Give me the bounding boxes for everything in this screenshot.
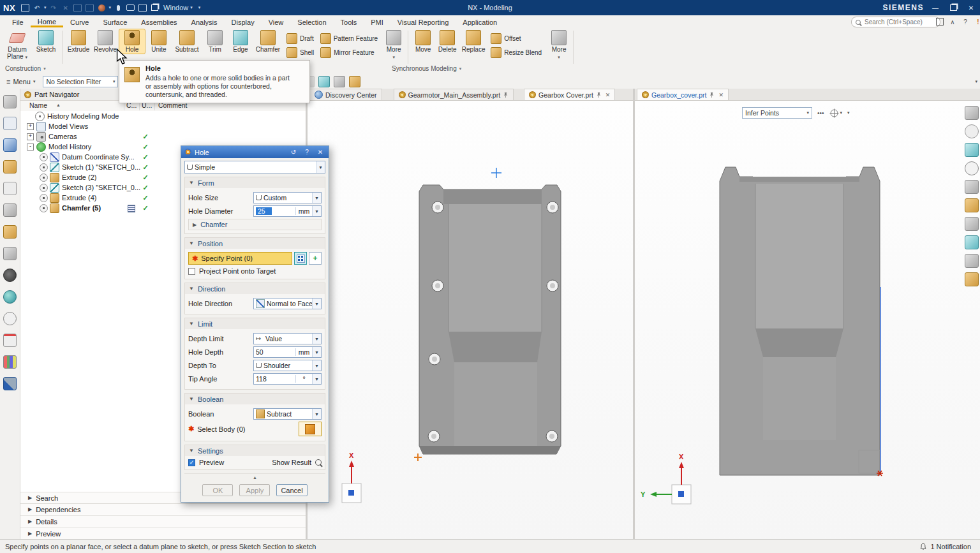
project-point-checkbox-row[interactable]: Project Point onto Target bbox=[188, 267, 322, 275]
depth-limit-dropdown[interactable]: ↦ Value ▼ bbox=[253, 333, 322, 344]
direction-section-header[interactable]: ▼ Direction bbox=[185, 283, 325, 294]
chamfer-button[interactable]: Chamfer bbox=[253, 29, 283, 54]
qat-customize-caret-icon[interactable]: ▾ bbox=[198, 5, 201, 10]
part-navigator-icon[interactable] bbox=[3, 117, 17, 130]
sync-more-button[interactable]: More▾ bbox=[548, 29, 570, 61]
column-name[interactable]: Name bbox=[29, 101, 47, 109]
position-section-header[interactable]: ▼ Position bbox=[185, 238, 325, 249]
revolve-button[interactable]: Revolve bbox=[93, 29, 118, 54]
assembly-navigator-icon[interactable] bbox=[3, 138, 17, 152]
select-body-button[interactable] bbox=[299, 422, 322, 436]
gearbox-cover-model-view[interactable]: X bbox=[308, 101, 633, 539]
form-section-header[interactable]: ▼ Form bbox=[185, 177, 325, 188]
wireframe-style-icon[interactable] bbox=[965, 217, 979, 231]
visibility-toggle-icon[interactable] bbox=[40, 163, 48, 172]
visibility-toggle-icon[interactable] bbox=[40, 173, 48, 182]
tree-item-history-modeling-mode[interactable]: History Modeling Mode bbox=[20, 111, 306, 121]
more-caret-icon[interactable]: ▾ bbox=[392, 55, 395, 59]
extrude-button[interactable]: Extrude bbox=[66, 29, 91, 54]
tree-item-cameras[interactable]: + Cameras ✓ bbox=[20, 131, 306, 142]
mirror-feature-button[interactable]: Mirror Feature bbox=[320, 47, 374, 58]
tab-analysis[interactable]: Analysis bbox=[184, 17, 225, 27]
tab-application[interactable]: Application bbox=[456, 17, 504, 27]
tab-discovery-center[interactable]: Discovery Center bbox=[309, 89, 382, 100]
web-browser-icon[interactable] bbox=[3, 290, 17, 304]
left-viewport-canvas[interactable]: X bbox=[308, 101, 633, 539]
tab-gearbox-cover[interactable]: Gearbox Cover.prt ✕ bbox=[524, 89, 615, 100]
window-cascade-icon[interactable] bbox=[137, 3, 147, 13]
pan-icon[interactable] bbox=[965, 143, 979, 157]
depth-to-dropdown[interactable]: Shoulder ▼ bbox=[253, 360, 322, 371]
tip-angle-unit[interactable]: ° bbox=[295, 375, 312, 383]
window-menu[interactable]: Window bbox=[163, 4, 188, 11]
hole-diameter-input[interactable]: 25 mm ▼ bbox=[253, 205, 322, 217]
menu-caret-icon[interactable]: ▾ bbox=[33, 79, 36, 84]
help-icon[interactable]: ? bbox=[961, 17, 970, 26]
view-manager-icon[interactable] bbox=[3, 225, 17, 239]
unite-button[interactable]: Unite bbox=[146, 29, 172, 54]
reset-icon[interactable]: ↺ bbox=[288, 149, 299, 156]
construction-caret-icon[interactable]: ▾ bbox=[43, 66, 46, 71]
project-point-checkbox[interactable] bbox=[188, 268, 195, 275]
dialog-collapse-strip[interactable]: ▲ bbox=[184, 473, 325, 481]
edge-button[interactable]: Edge bbox=[229, 29, 252, 54]
shell-button[interactable]: Shell bbox=[286, 47, 314, 58]
tab-selection[interactable]: Selection bbox=[290, 17, 333, 27]
touch-palette-icon[interactable] bbox=[3, 377, 17, 390]
tab-curve[interactable]: Curve bbox=[63, 17, 96, 27]
sort-ascending-icon[interactable]: ▲ bbox=[56, 103, 61, 107]
apply-button[interactable]: Apply bbox=[239, 484, 270, 496]
minimize-button[interactable]: — bbox=[929, 2, 942, 13]
close-button[interactable]: ✕ bbox=[965, 2, 977, 13]
tab-view[interactable]: View bbox=[262, 17, 291, 27]
synchronous-modeling-group-label[interactable]: Synchronous Modeling▾ bbox=[392, 65, 461, 72]
visibility-toggle-icon[interactable] bbox=[40, 153, 48, 161]
hole-diameter-unit[interactable]: mm bbox=[295, 207, 312, 215]
endpoint-snap-icon[interactable] bbox=[334, 76, 345, 87]
zoom-icon[interactable] bbox=[965, 124, 979, 138]
hole-type-dropdown[interactable]: Simple ▼ bbox=[184, 161, 325, 173]
move-face-button[interactable]: Move bbox=[412, 29, 434, 54]
minimize-ribbon-icon[interactable]: ∧ bbox=[948, 17, 957, 26]
hole-depth-unit[interactable]: mm bbox=[295, 348, 312, 356]
rotate-icon[interactable] bbox=[965, 161, 979, 175]
sketch-button[interactable]: Sketch bbox=[33, 29, 59, 54]
tip-angle-input[interactable]: 118 ° ▼ bbox=[253, 373, 322, 385]
tab-pmi[interactable]: PMI bbox=[364, 17, 390, 27]
history-palette-icon[interactable] bbox=[3, 269, 17, 282]
boolean-section-header[interactable]: ▼ Boolean bbox=[185, 394, 325, 404]
delete-face-button[interactable]: Delete bbox=[436, 29, 459, 54]
expander-icon[interactable]: + bbox=[27, 133, 34, 140]
trim-button[interactable]: Trim bbox=[202, 29, 228, 54]
tab-display[interactable]: Display bbox=[225, 17, 262, 27]
hole-direction-dropdown[interactable]: Normal to Face ▼ bbox=[253, 298, 322, 309]
notification-bell-icon[interactable] bbox=[3, 182, 17, 195]
settings-section-header[interactable]: ▼ Settings bbox=[185, 445, 325, 456]
expander-icon[interactable]: - bbox=[27, 144, 34, 151]
touch-mode-caret-icon[interactable]: ▾ bbox=[109, 5, 112, 10]
hole-depth-input[interactable]: 50 mm ▼ bbox=[253, 346, 322, 358]
sketch-section-button[interactable] bbox=[294, 252, 307, 265]
limit-section-header[interactable]: ▼ Limit bbox=[185, 318, 325, 329]
tab-assemblies[interactable]: Assemblies bbox=[134, 17, 184, 27]
specify-point-field[interactable]: ✱ Specify Point (0) bbox=[188, 252, 292, 265]
render-options-icon[interactable] bbox=[965, 272, 979, 286]
clock-palette-icon[interactable] bbox=[3, 312, 17, 325]
replace-face-button[interactable]: Replace bbox=[460, 29, 487, 54]
toolbar-overflow-caret-icon[interactable]: ▾ bbox=[975, 79, 977, 84]
tree-item-model-views[interactable]: + Model Views bbox=[20, 121, 306, 131]
command-prediction-icon[interactable] bbox=[125, 3, 135, 13]
tab-surface[interactable]: Surface bbox=[96, 17, 134, 27]
close-tab-icon[interactable]: ✕ bbox=[605, 92, 611, 98]
offset-region-button[interactable]: Offset bbox=[491, 33, 521, 44]
point-dialog-button[interactable]: + bbox=[309, 252, 322, 265]
resize-blend-button[interactable]: Resize Blend bbox=[491, 47, 542, 58]
pin-icon[interactable] bbox=[709, 92, 715, 98]
hole-depth-value[interactable]: 50 bbox=[254, 348, 295, 356]
preview-checkbox[interactable]: ✓ bbox=[188, 459, 195, 466]
touch-mode-icon[interactable] bbox=[97, 3, 107, 13]
pattern-feature-button[interactable]: Pattern Feature bbox=[320, 33, 378, 44]
ok-button[interactable]: OK bbox=[202, 484, 233, 496]
preview-checkbox-row[interactable]: ✓ Preview bbox=[188, 459, 224, 466]
chamfer-subsection[interactable]: ▶ Chamfer bbox=[188, 219, 322, 230]
